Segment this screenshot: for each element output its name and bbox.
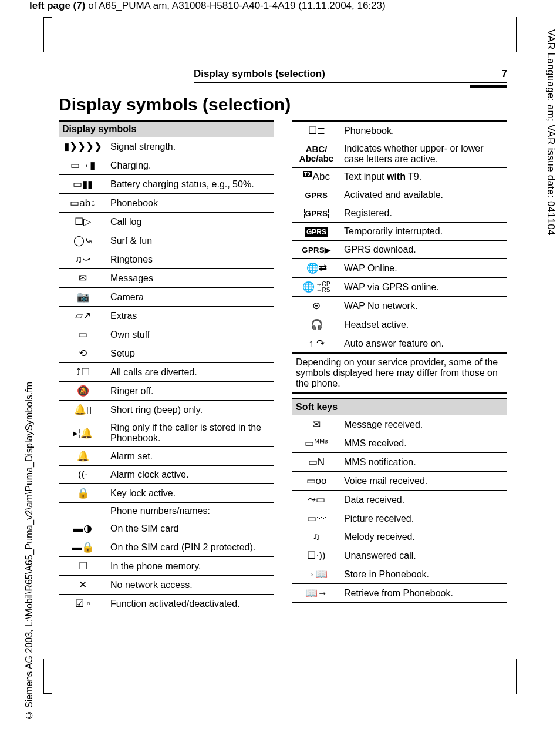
- table-row: ▬🔒On the SIM card (PIN 2 protected).: [59, 538, 274, 557]
- table-row: 🌐⇄WAP Online.: [292, 259, 507, 278]
- symbol-desc: Alarm set.: [107, 447, 274, 466]
- symbol-icon: ((·: [59, 466, 107, 484]
- symbol-icon: ▭→▮: [59, 156, 107, 175]
- table-row: 🔔▯Short ring (beep) only.: [59, 401, 274, 419]
- left-column: Display symbols ▮❯❯❯❯Signal strength.▭→▮…: [59, 120, 274, 613]
- table-row: ♫Melody received.: [292, 528, 507, 546]
- symbol-icon: 📷: [59, 288, 107, 307]
- symbol-icon: ▭ab↕: [59, 194, 107, 213]
- crop-mark: [43, 17, 44, 52]
- table-row: ⊝WAP No network.: [292, 297, 507, 315]
- symbol-desc: Surf & fun: [107, 231, 274, 250]
- table-row: GPRS▶GPRS download.: [292, 241, 507, 259]
- table-row: ((·Alarm clock active.: [59, 466, 274, 484]
- table-row: 🔕Ringer off.: [59, 382, 274, 401]
- running-accent: [470, 85, 507, 88]
- symbol-icon: 🌐⇄: [292, 259, 340, 278]
- symbol-icon: [59, 503, 107, 520]
- symbol-desc: Auto answer feature on.: [340, 334, 507, 353]
- symbol-icon: 🔔▯: [59, 401, 107, 419]
- crop-mark: [516, 17, 517, 52]
- table-row: →📖Store in Phonebook.: [292, 565, 507, 584]
- symbol-icon: ▱↗: [59, 307, 107, 325]
- symbol-desc: Headset active.: [340, 315, 507, 334]
- symbol-icon: ✕: [59, 576, 107, 595]
- running-page: 7: [502, 68, 507, 80]
- provider-note: Depending on your service provider, some…: [292, 353, 507, 394]
- symbol-icon: ⤳▭: [292, 491, 340, 509]
- symbol-icon: GPRS: [292, 223, 340, 241]
- table-row: ABC/Abc/abcIndicates whether upper- or l…: [292, 140, 507, 168]
- symbol-desc: Indicates whether upper- or lower case l…: [340, 140, 507, 168]
- symbol-icon: 🔕: [59, 382, 107, 401]
- symbol-icon: ✉: [292, 415, 340, 434]
- symbol-icon: →📖: [292, 565, 340, 584]
- symbol-desc: GPRS download.: [340, 241, 507, 259]
- symbol-desc: Camera: [107, 288, 274, 307]
- symbol-icon: ▭ᴹᴹˢ: [292, 434, 340, 453]
- soft-keys-table: Soft keys ✉Message received.▭ᴹᴹˢMMS rece…: [292, 398, 507, 603]
- symbol-icon: ♫⤻: [59, 250, 107, 269]
- symbol-desc: Temporarily interrupted.: [340, 223, 507, 241]
- table-row: ✉Messages: [59, 269, 274, 288]
- symbol-desc: Ring only if the caller is stored in the…: [107, 419, 274, 447]
- table-row: ▭ᴹᴹˢMMS received.: [292, 434, 507, 453]
- table-row: ▭〰Picture received.: [292, 509, 507, 528]
- symbol-icon: 🎧: [292, 315, 340, 334]
- symbol-desc: Ringtones: [107, 250, 274, 269]
- table-header: Soft keys: [292, 399, 507, 415]
- table-row: ▮❯❯❯❯Signal strength.: [59, 137, 274, 156]
- symbol-desc: Function activated/deactivated.: [107, 595, 274, 613]
- symbol-desc: MMS received.: [340, 434, 507, 453]
- symbol-desc: Short ring (beep) only.: [107, 401, 274, 419]
- crop-mark: [516, 659, 517, 694]
- symbol-desc: Extras: [107, 307, 274, 325]
- symbol-desc: Phonebook: [107, 194, 274, 213]
- symbol-icon: GPRS▶: [292, 241, 340, 259]
- manual-page: left page (7) of A65_PUMA am, A31008-H58…: [0, 0, 560, 732]
- symbol-desc: Phonebook.: [340, 121, 507, 140]
- table-row: ▭ab↕Phonebook: [59, 194, 274, 213]
- symbol-icon: ▬🔒: [59, 538, 107, 557]
- right-table-a: ☐≣Phonebook.ABC/Abc/abcIndicates whether…: [292, 120, 507, 353]
- table-row: Phone numbers/names:: [59, 503, 274, 520]
- crop-mark: [43, 17, 52, 18]
- table-row: ☐≣Phonebook.: [292, 121, 507, 140]
- symbol-icon: GPRS: [292, 204, 340, 223]
- symbol-desc: Messages: [107, 269, 274, 288]
- symbol-icon: 🔔: [59, 447, 107, 466]
- table-row: ↑ ↷Auto answer feature on.: [292, 334, 507, 353]
- table-row: ▭Own stuff: [59, 325, 274, 344]
- page-title: Display symbols (selection): [59, 95, 507, 115]
- crop-mark: [43, 659, 44, 694]
- symbol-desc: All calls are diverted.: [107, 363, 274, 382]
- header-line: left page (7) of A65_PUMA am, A31008-H58…: [29, 0, 386, 12]
- symbol-icon: ☑ ▫: [59, 595, 107, 613]
- symbol-desc: Picture received.: [340, 509, 507, 528]
- table-row: GPRSActivated and available.: [292, 186, 507, 204]
- table-row: ⤴☐All calls are diverted.: [59, 363, 274, 382]
- header-rest: of A65_PUMA am, A31008-H5810-A40-1-4A19 …: [85, 0, 385, 11]
- table-row: ☑ ▫Function activated/deactivated.: [59, 595, 274, 613]
- symbol-icon: GPRS: [292, 186, 340, 204]
- table-row: T9AbcText input with T9.: [292, 168, 507, 186]
- symbol-desc: Store in Phonebook.: [340, 565, 507, 584]
- header-bold: left page (7): [29, 0, 85, 11]
- symbol-desc: Text input with T9.: [340, 168, 507, 186]
- table-row: ✕No network access.: [59, 576, 274, 595]
- table-row: ☐In the phone memory.: [59, 557, 274, 576]
- symbol-desc: In the phone memory.: [107, 557, 274, 576]
- symbol-icon: 🌐→GP ←RS: [292, 278, 340, 297]
- symbol-desc: MMS notification.: [340, 453, 507, 472]
- table-row: ▸¦🔔Ring only if the caller is stored in …: [59, 419, 274, 447]
- symbol-desc: Registered.: [340, 204, 507, 223]
- symbol-icon: ABC/Abc/abc: [292, 140, 340, 168]
- symbol-icon: ▭oo: [292, 472, 340, 491]
- symbol-desc: Alarm clock active.: [107, 466, 274, 484]
- symbol-icon: ☐▷: [59, 213, 107, 231]
- columns: Display symbols ▮❯❯❯❯Signal strength.▭→▮…: [59, 120, 507, 613]
- symbol-desc: WAP via GPRS online.: [340, 278, 507, 297]
- crop-mark: [43, 693, 52, 694]
- table-row: ▭NMMS notification.: [292, 453, 507, 472]
- table-row: 🔒Key lock active.: [59, 484, 274, 503]
